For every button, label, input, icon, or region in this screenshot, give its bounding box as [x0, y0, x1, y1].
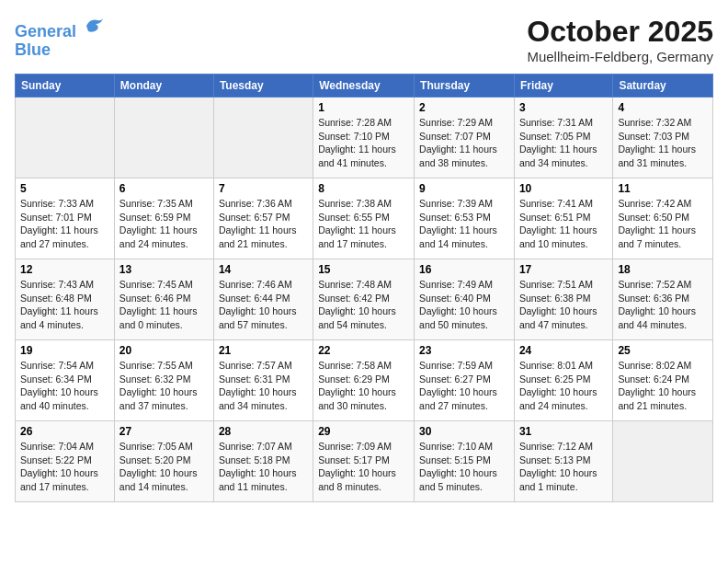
calendar-cell: 16Sunrise: 7:49 AMSunset: 6:40 PMDayligh… [415, 259, 515, 340]
day-number: 27 [119, 425, 209, 438]
day-number: 18 [618, 263, 708, 276]
day-number: 10 [519, 182, 608, 195]
location: Muellheim-Feldberg, Germany [527, 49, 713, 64]
day-number: 13 [119, 263, 209, 276]
calendar-cell: 30Sunrise: 7:10 AMSunset: 5:15 PMDayligh… [415, 421, 515, 502]
day-info: Sunrise: 7:42 AMSunset: 6:50 PMDaylight:… [618, 197, 708, 251]
calendar-cell: 9Sunrise: 7:39 AMSunset: 6:53 PMDaylight… [415, 178, 515, 259]
day-number: 8 [318, 182, 409, 195]
day-info: Sunrise: 7:59 AMSunset: 6:27 PMDaylight:… [419, 359, 509, 413]
calendar-cell: 6Sunrise: 7:35 AMSunset: 6:59 PMDaylight… [114, 178, 213, 259]
day-info: Sunrise: 7:05 AMSunset: 5:20 PMDaylight:… [119, 440, 209, 494]
day-info: Sunrise: 7:28 AMSunset: 7:10 PMDaylight:… [318, 116, 409, 170]
day-number: 2 [419, 101, 509, 114]
day-info: Sunrise: 8:01 AMSunset: 6:25 PMDaylight:… [519, 359, 608, 413]
day-info: Sunrise: 7:31 AMSunset: 7:05 PMDaylight:… [519, 116, 608, 170]
day-number: 11 [618, 182, 708, 195]
calendar-cell: 18Sunrise: 7:52 AMSunset: 6:36 PMDayligh… [613, 259, 713, 340]
day-info: Sunrise: 7:29 AMSunset: 7:07 PMDaylight:… [419, 116, 509, 170]
day-number: 12 [20, 263, 109, 276]
day-number: 16 [419, 263, 509, 276]
week-row-2: 12Sunrise: 7:43 AMSunset: 6:48 PMDayligh… [16, 259, 713, 340]
calendar-cell: 24Sunrise: 8:01 AMSunset: 6:25 PMDayligh… [514, 340, 612, 421]
calendar-cell: 26Sunrise: 7:04 AMSunset: 5:22 PMDayligh… [16, 421, 115, 502]
calendar-cell: 20Sunrise: 7:55 AMSunset: 6:32 PMDayligh… [114, 340, 213, 421]
calendar-cell: 7Sunrise: 7:36 AMSunset: 6:57 PMDaylight… [213, 178, 313, 259]
day-number: 5 [20, 182, 109, 195]
title-block: October 2025 Muellheim-Feldberg, Germany [527, 15, 713, 64]
col-header-sunday: Sunday [16, 75, 115, 98]
day-info: Sunrise: 7:55 AMSunset: 6:32 PMDaylight:… [119, 359, 209, 413]
calendar-table: SundayMondayTuesdayWednesdayThursdayFrid… [15, 74, 713, 502]
calendar-cell: 11Sunrise: 7:42 AMSunset: 6:50 PMDayligh… [613, 178, 713, 259]
day-info: Sunrise: 7:35 AMSunset: 6:59 PMDaylight:… [119, 197, 209, 251]
logo: General Blue [15, 15, 105, 60]
calendar-cell: 15Sunrise: 7:48 AMSunset: 6:42 PMDayligh… [313, 259, 415, 340]
logo-blue: Blue [15, 40, 51, 59]
calendar-cell [213, 98, 313, 178]
calendar-cell: 22Sunrise: 7:58 AMSunset: 6:29 PMDayligh… [313, 340, 415, 421]
calendar-cell: 13Sunrise: 7:45 AMSunset: 6:46 PMDayligh… [114, 259, 213, 340]
day-info: Sunrise: 7:52 AMSunset: 6:36 PMDaylight:… [618, 278, 708, 332]
calendar-cell: 21Sunrise: 7:57 AMSunset: 6:31 PMDayligh… [213, 340, 313, 421]
day-info: Sunrise: 7:49 AMSunset: 6:40 PMDaylight:… [419, 278, 509, 332]
day-number: 30 [419, 425, 509, 438]
calendar-cell: 2Sunrise: 7:29 AMSunset: 7:07 PMDaylight… [415, 98, 515, 178]
calendar-cell: 19Sunrise: 7:54 AMSunset: 6:34 PMDayligh… [16, 340, 115, 421]
calendar-cell: 23Sunrise: 7:59 AMSunset: 6:27 PMDayligh… [415, 340, 515, 421]
day-number: 23 [419, 344, 509, 357]
day-number: 14 [219, 263, 308, 276]
day-info: Sunrise: 7:38 AMSunset: 6:55 PMDaylight:… [318, 197, 409, 251]
day-info: Sunrise: 7:46 AMSunset: 6:44 PMDaylight:… [219, 278, 308, 332]
calendar-cell: 27Sunrise: 7:05 AMSunset: 5:20 PMDayligh… [114, 421, 213, 502]
week-row-0: 1Sunrise: 7:28 AMSunset: 7:10 PMDaylight… [16, 98, 713, 178]
week-row-3: 19Sunrise: 7:54 AMSunset: 6:34 PMDayligh… [16, 340, 713, 421]
day-number: 22 [318, 344, 409, 357]
day-number: 29 [318, 425, 409, 438]
day-number: 6 [119, 182, 209, 195]
day-info: Sunrise: 7:36 AMSunset: 6:57 PMDaylight:… [219, 197, 308, 251]
calendar-cell: 14Sunrise: 7:46 AMSunset: 6:44 PMDayligh… [213, 259, 313, 340]
day-info: Sunrise: 7:33 AMSunset: 7:01 PMDaylight:… [20, 197, 109, 251]
calendar-cell: 1Sunrise: 7:28 AMSunset: 7:10 PMDaylight… [313, 98, 415, 178]
day-number: 20 [119, 344, 209, 357]
day-number: 15 [318, 263, 409, 276]
day-number: 19 [20, 344, 109, 357]
day-info: Sunrise: 8:02 AMSunset: 6:24 PMDaylight:… [618, 359, 708, 413]
day-info: Sunrise: 7:43 AMSunset: 6:48 PMDaylight:… [20, 278, 109, 332]
day-number: 28 [219, 425, 308, 438]
calendar-cell: 29Sunrise: 7:09 AMSunset: 5:17 PMDayligh… [313, 421, 415, 502]
calendar-cell: 25Sunrise: 8:02 AMSunset: 6:24 PMDayligh… [613, 340, 713, 421]
day-info: Sunrise: 7:04 AMSunset: 5:22 PMDaylight:… [20, 440, 109, 494]
day-number: 3 [519, 101, 608, 114]
day-number: 7 [219, 182, 308, 195]
day-info: Sunrise: 7:39 AMSunset: 6:53 PMDaylight:… [419, 197, 509, 251]
day-info: Sunrise: 7:12 AMSunset: 5:13 PMDaylight:… [519, 440, 608, 494]
calendar-header-row: SundayMondayTuesdayWednesdayThursdayFrid… [16, 75, 713, 98]
day-number: 26 [20, 425, 109, 438]
calendar-cell: 28Sunrise: 7:07 AMSunset: 5:18 PMDayligh… [213, 421, 313, 502]
calendar-cell: 12Sunrise: 7:43 AMSunset: 6:48 PMDayligh… [16, 259, 115, 340]
day-number: 21 [219, 344, 308, 357]
day-number: 4 [618, 101, 708, 114]
day-info: Sunrise: 7:07 AMSunset: 5:18 PMDaylight:… [219, 440, 308, 494]
day-number: 24 [519, 344, 608, 357]
calendar-cell [16, 98, 115, 178]
day-number: 17 [519, 263, 608, 276]
calendar-cell: 8Sunrise: 7:38 AMSunset: 6:55 PMDaylight… [313, 178, 415, 259]
day-info: Sunrise: 7:54 AMSunset: 6:34 PMDaylight:… [20, 359, 109, 413]
logo-bird-icon [83, 15, 105, 37]
day-info: Sunrise: 7:51 AMSunset: 6:38 PMDaylight:… [519, 278, 608, 332]
calendar-cell: 4Sunrise: 7:32 AMSunset: 7:03 PMDaylight… [613, 98, 713, 178]
col-header-thursday: Thursday [415, 75, 515, 98]
day-number: 1 [318, 101, 409, 114]
calendar-cell [114, 98, 213, 178]
calendar-cell [613, 421, 713, 502]
day-info: Sunrise: 7:57 AMSunset: 6:31 PMDaylight:… [219, 359, 308, 413]
day-info: Sunrise: 7:09 AMSunset: 5:17 PMDaylight:… [318, 440, 409, 494]
week-row-4: 26Sunrise: 7:04 AMSunset: 5:22 PMDayligh… [16, 421, 713, 502]
col-header-monday: Monday [114, 75, 213, 98]
calendar-cell: 17Sunrise: 7:51 AMSunset: 6:38 PMDayligh… [514, 259, 612, 340]
col-header-saturday: Saturday [613, 75, 713, 98]
calendar-cell: 10Sunrise: 7:41 AMSunset: 6:51 PMDayligh… [514, 178, 612, 259]
